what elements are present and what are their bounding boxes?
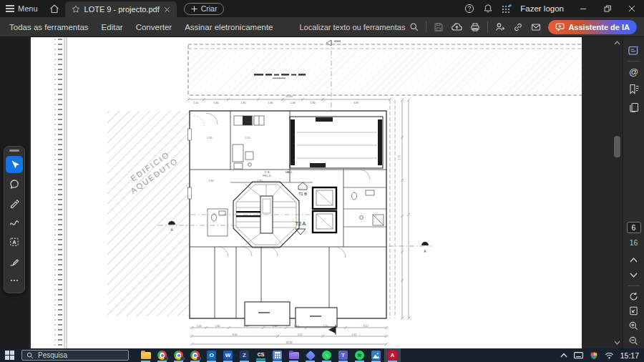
previous-page-button[interactable]: [625, 253, 643, 268]
menu-convert[interactable]: Converter: [130, 23, 179, 31]
tool-highlight[interactable]: [6, 195, 23, 212]
bookmarks-panel-button[interactable]: [625, 82, 643, 97]
zoom-in-button[interactable]: [625, 318, 643, 333]
tab-close-icon[interactable]: [164, 6, 170, 13]
refresh-icon: [628, 291, 639, 302]
current-page-input[interactable]: 6: [627, 222, 641, 233]
comments-panel-button[interactable]: @: [625, 64, 643, 79]
svg-text:3.35: 3.35: [208, 137, 213, 140]
taskbar-app-photos[interactable]: [368, 348, 384, 362]
chrome-icon: [190, 351, 200, 360]
right-dimension-lines: 5.15: [390, 99, 410, 320]
thumbnails-panel-button[interactable]: [625, 99, 643, 114]
mail-icon[interactable]: [530, 21, 542, 33]
palette-drag-handle[interactable]: [9, 150, 19, 152]
menu-all-tools[interactable]: Todas as ferramentas: [3, 23, 95, 31]
total-pages-label: 16: [630, 238, 638, 247]
svg-text:14.32: 14.32: [286, 341, 293, 344]
tool-add-text[interactable]: A: [6, 233, 23, 250]
svg-text:6.00: 6.00: [233, 333, 238, 336]
svg-text:1.80: 1.80: [214, 102, 219, 104]
close-icon: [628, 5, 635, 12]
help-button[interactable]: [460, 0, 479, 17]
floor-label: 1º B: [264, 171, 270, 174]
refresh-button[interactable]: [625, 289, 643, 304]
security-shield-icon[interactable]: [590, 351, 598, 360]
taskbar-app-loop[interactable]: [302, 348, 318, 362]
taskbar-search[interactable]: [21, 350, 129, 361]
tray-chevron-up-icon[interactable]: [560, 353, 567, 358]
find-button[interactable]: Localizar texto ou ferramentas: [299, 22, 419, 32]
taskbar-app-remote[interactable]: Z: [236, 348, 253, 362]
taskbar-app-cs[interactable]: CS: [253, 348, 269, 362]
minimize-button[interactable]: [571, 0, 595, 17]
menu-edit[interactable]: Editar: [95, 23, 130, 31]
taskbar-app-chrome-2[interactable]: [170, 348, 187, 362]
tool-more[interactable]: [6, 272, 23, 289]
add-user-icon[interactable]: [494, 21, 506, 33]
taskbar-apps: O W Z CS T: [137, 348, 401, 362]
start-button[interactable]: [0, 348, 19, 362]
apps-grid-button[interactable]: [497, 0, 516, 17]
tool-fill-sign[interactable]: [6, 253, 23, 270]
whatsapp-icon: [322, 351, 331, 360]
svg-text:15.00: 15.00: [286, 94, 293, 98]
taskbar-app-outlook[interactable]: O: [203, 348, 220, 362]
wifi-icon[interactable]: [605, 352, 614, 359]
tool-draw[interactable]: [6, 214, 23, 231]
help-icon: [464, 4, 474, 14]
clock[interactable]: 15:17: [620, 351, 639, 360]
close-button[interactable]: [620, 0, 644, 17]
signature-pen-icon: [9, 255, 20, 267]
taskbar-app-spotify[interactable]: [351, 348, 368, 362]
next-page-button[interactable]: [625, 268, 643, 283]
svg-text:3.12: 3.12: [364, 325, 369, 328]
vertical-scrollbar[interactable]: [612, 37, 623, 348]
ai-assistant-button[interactable]: Assistente de IA: [548, 20, 637, 34]
highlighter-icon: [9, 197, 20, 209]
taskbar-app-acrobat[interactable]: A: [384, 348, 401, 362]
svg-text:2.10: 2.10: [245, 137, 250, 140]
right-panel-rail: @ 6 16: [623, 37, 644, 348]
scroll-down-arrow[interactable]: [612, 338, 623, 347]
photos-icon: [371, 351, 381, 360]
taskbar-app-teams[interactable]: T: [335, 348, 351, 362]
taskbar-app-folder-purple[interactable]: [286, 348, 302, 362]
fit-page-icon: [628, 305, 639, 316]
create-button[interactable]: Criar: [184, 3, 225, 15]
svg-text:1.00: 1.00: [197, 325, 202, 328]
tool-select[interactable]: [6, 156, 23, 173]
taskbar-app-chrome-3[interactable]: [187, 348, 203, 362]
sign-in-button[interactable]: Fazer logon: [520, 4, 564, 13]
taskbar-search-input[interactable]: [38, 351, 117, 359]
home-button[interactable]: [44, 0, 65, 17]
document-tab[interactable]: LOTE 9 - projecto.pdf: [65, 1, 177, 17]
taskbar-app-calculator[interactable]: [269, 348, 286, 362]
zoom-out-button[interactable]: [625, 333, 643, 348]
unit-label-t2a: T2 A: [296, 221, 306, 226]
link-icon[interactable]: [512, 21, 524, 33]
hall-label: HALL: [286, 170, 293, 174]
restore-button[interactable]: [595, 0, 620, 17]
scrollbar-thumb[interactable]: [614, 136, 620, 157]
taskbar-app-whatsapp[interactable]: [318, 348, 335, 362]
notifications-button[interactable]: [479, 0, 497, 17]
tool-add-comment[interactable]: [6, 175, 23, 192]
terrace-area: 1.01 1.80 2.80 1.80 1.48 1.80 6.87 15.00: [187, 44, 582, 104]
taskbar-app-word[interactable]: W: [220, 348, 236, 362]
chevron-up-icon: [630, 258, 638, 263]
menu-button[interactable]: Menu: [0, 0, 44, 17]
share-upload-icon[interactable]: [451, 21, 463, 33]
print-icon[interactable]: [469, 21, 481, 33]
document-canvas[interactable]: 1.01 1.80 2.80 1.80 1.48 1.80 6.87 15.00: [29, 37, 612, 348]
touch-keyboard-icon[interactable]: [574, 352, 583, 359]
word-icon: W: [223, 351, 233, 360]
ai-panel-button[interactable]: [625, 43, 643, 58]
search-icon: [409, 22, 419, 32]
fit-page-button[interactable]: [625, 304, 643, 319]
svg-text:2.92: 2.92: [298, 333, 303, 336]
scroll-up-arrow[interactable]: [612, 39, 623, 47]
taskbar-app-file-explorer[interactable]: [137, 348, 154, 362]
menu-esign[interactable]: Assinar eletronicamente: [178, 23, 279, 31]
taskbar-app-chrome-1[interactable]: [154, 348, 170, 362]
